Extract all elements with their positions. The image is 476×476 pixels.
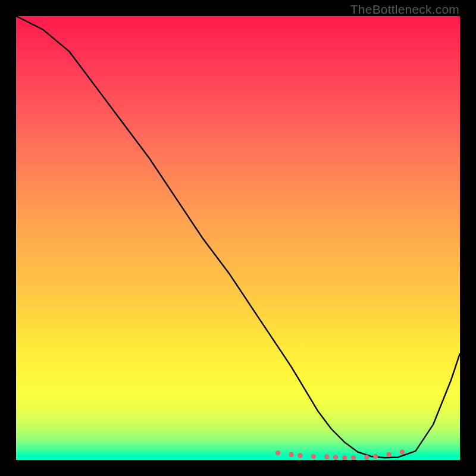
attribution-watermark: TheBottleneck.com	[350, 2, 459, 17]
chart-frame: TheBottleneck.com	[0, 0, 476, 476]
gradient-plot-area	[16, 16, 460, 460]
